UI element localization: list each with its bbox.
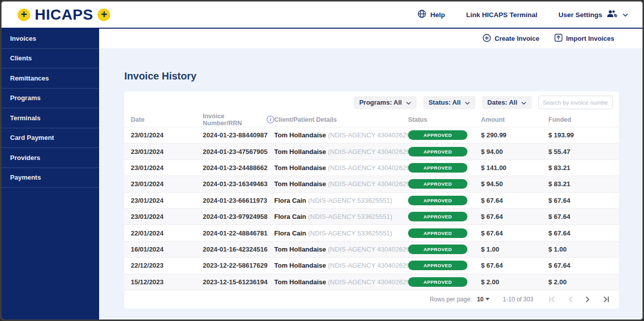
row-funded: $ 67.64 [548,262,612,269]
pager-controls [548,296,610,303]
table-row[interactable]: 23/01/2024 2024-01-23-16349463 Tom Holla… [124,176,619,192]
row-client-details: Tom Hollandaise (NDIS-AGENCY 430402629) [274,164,408,172]
status-badge: APPROVED [408,196,467,205]
search-input[interactable] [538,96,613,109]
row-client-details: Flora Cain (NDIS-AGENCY 533625551) [274,213,408,220]
row-invoice-number: 2024-01-16-42324516 [203,246,274,253]
create-invoice-button[interactable]: Create Invoice [482,34,539,44]
table-row[interactable]: 15/12/2023 2023-12-15-61236194 Tom Holla… [124,274,619,290]
sidebar: InvoicesClientsRemittancesProgramsTermin… [2,29,99,319]
next-page-button[interactable] [585,296,591,303]
row-client-name: Flora Cain [274,213,306,220]
link-terminal-label: Link HICAPS Terminal [466,11,537,19]
row-client-details: Tom Hollandaise (NDIS-AGENCY 430402629) [274,180,408,188]
row-client-name: Tom Hollandaise [274,148,326,155]
row-status: APPROVED [408,277,481,287]
table-row[interactable]: 23/01/2024 2024-01-23-97924958 Flora Cai… [124,209,619,225]
row-funded: $ 83.21 [548,164,612,172]
table-row[interactable]: 22/12/2023 2023-12-22-58617629 Tom Holla… [124,258,619,274]
main-content: Invoice History Programs: All Status: Al… [99,48,642,319]
row-invoice-number: 2024-01-23-88440987 [203,131,274,139]
row-invoice-number: 2024-01-23-97924958 [203,213,274,220]
status-badge: APPROVED [408,228,467,238]
app-window: + HICAPS + Help Link HICAPS Terminal Use… [0,0,644,321]
row-client-name: Tom Hollandaise [274,246,326,253]
status-filter-dropdown[interactable]: Status: All [423,96,475,109]
row-invoice-number: 2024-01-23-47567905 [203,148,274,155]
row-status: APPROVED [408,228,481,238]
row-funded: $ 193.99 [548,131,612,139]
sidebar-item-terminals[interactable]: Terminals [2,108,99,128]
invoice-history-card: Programs: All Status: All Dates: All [124,92,619,308]
user-group-gear-icon [606,10,618,20]
column-header-date: Date [131,116,203,123]
upload-icon [554,34,562,43]
sidebar-item-programs[interactable]: Programs [2,89,99,109]
previous-page-button[interactable] [568,296,574,303]
row-client-name: Tom Hollandaise [274,262,326,269]
row-status: APPROVED [408,261,481,270]
table-row[interactable]: 22/01/2024 2024-01-22-48846781 Flora Cai… [124,225,619,241]
logo-text: HICAPS [35,6,93,23]
column-header-status: Status [408,116,481,123]
row-client-program: (NDIS-AGENCY 430402629) [328,131,408,139]
status-badge: APPROVED [408,179,467,189]
sidebar-item-remittances[interactable]: Remittances [2,68,99,89]
row-status: APPROVED [408,245,481,254]
help-link[interactable]: Help [418,10,445,20]
row-client-name: Tom Hollandaise [274,180,326,188]
row-amount: $ 94.50 [481,180,548,188]
row-date: 23/01/2024 [131,148,203,155]
row-amount: $ 94.00 [481,148,548,155]
table-row[interactable]: 23/01/2024 2024-01-23-88440987 Tom Holla… [124,127,619,143]
row-client-program: (NDIS-AGENCY 430402629) [328,164,408,172]
row-funded: $ 1.00 [548,246,612,253]
status-badge: APPROVED [408,147,467,156]
chevron-down-icon [521,99,526,106]
row-amount: $ 67.64 [481,262,548,269]
row-client-program: (NDIS-AGENCY 430402629) [328,262,408,269]
row-date: 15/12/2023 [131,278,203,286]
sidebar-item-invoices[interactable]: Invoices [2,29,99,49]
info-icon[interactable]: i [267,116,274,123]
rows-per-page-label: Rows per page: [430,296,472,303]
row-date: 22/12/2023 [131,262,203,269]
chevron-down-icon [622,11,628,19]
sidebar-item-card-payment[interactable]: Card Payment [2,128,99,148]
link-hicaps-terminal-link[interactable]: Link HICAPS Terminal [466,11,537,19]
plus-badge-icon: + [98,9,110,21]
row-client-program: (NDIS-AGENCY 430402629) [328,278,408,286]
dropdown-arrow-icon [486,298,490,300]
row-date: 22/01/2024 [131,229,203,237]
table-row[interactable]: 23/01/2024 2024-01-23-24488662 Tom Holla… [124,160,619,176]
programs-filter-label: Programs: All [359,99,402,106]
table-row[interactable]: 23/01/2024 2024-01-23-47567905 Tom Holla… [124,143,619,159]
sidebar-item-clients[interactable]: Clients [2,49,99,69]
programs-filter-dropdown[interactable]: Programs: All [354,96,417,109]
status-badge: APPROVED [408,245,467,254]
row-client-details: Flora Cain (NDIS-AGENCY 533625551) [274,229,408,237]
plus-circle-icon [482,34,491,44]
dates-filter-dropdown[interactable]: Dates: All [482,96,532,109]
row-client-program: (NDIS-AGENCY 430402629) [328,180,408,188]
status-badge: APPROVED [408,163,467,173]
row-client-details: Tom Hollandaise (NDIS-AGENCY 430402629) [274,262,408,269]
table-row[interactable]: 23/01/2024 2024-01-23-66611973 Flora Cai… [124,193,619,209]
rows-per-page-select[interactable]: 10 [477,296,490,303]
import-invoices-button[interactable]: Import Invoices [554,34,614,43]
user-settings-menu[interactable]: User Settings [558,10,628,20]
row-date: 16/01/2024 [131,246,203,253]
row-client-details: Tom Hollandaise (NDIS-AGENCY 430402629) [274,278,408,286]
row-funded: $ 67.64 [548,197,612,204]
sidebar-item-providers[interactable]: Providers [2,148,99,168]
table-row[interactable]: 16/01/2024 2024-01-16-42324516 Tom Holla… [124,242,619,258]
row-invoice-number: 2024-01-23-24488662 [203,164,274,172]
last-page-button[interactable] [602,296,610,303]
row-client-name: Tom Hollandaise [274,164,326,172]
create-invoice-label: Create Invoice [495,35,539,42]
top-header: + HICAPS + Help Link HICAPS Terminal Use… [2,2,642,29]
first-page-button[interactable] [548,296,556,303]
sidebar-item-payments[interactable]: Payments [2,168,99,188]
row-date: 23/01/2024 [131,164,203,172]
row-date: 23/01/2024 [131,213,203,220]
